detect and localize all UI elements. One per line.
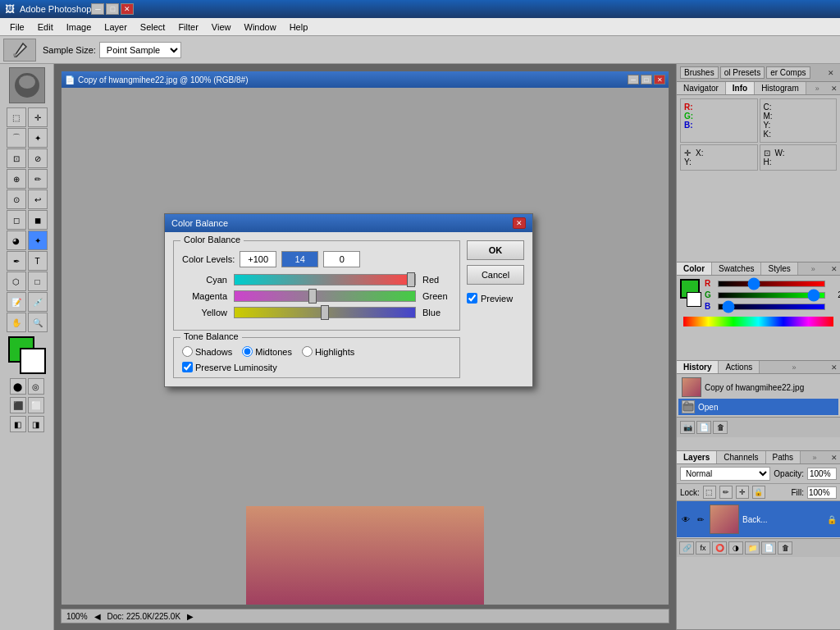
brush-tool[interactable]: ✏ — [28, 169, 48, 189]
layers-panel-close[interactable]: ✕ — [829, 453, 840, 463]
maximize-button[interactable]: □ — [106, 3, 119, 15]
background-color[interactable] — [20, 348, 46, 374]
blue-slider[interactable] — [718, 304, 825, 310]
tab-comps[interactable]: er Comps — [766, 66, 810, 79]
menu-file[interactable]: File — [3, 21, 31, 34]
red-slider[interactable] — [718, 281, 825, 287]
yellow-blue-slider[interactable] — [234, 307, 416, 318]
midtones-radio-label[interactable]: Midtones — [242, 346, 292, 357]
navigator-panel-close[interactable]: ✕ — [829, 84, 840, 94]
color-balance-dialog[interactable]: Color Balance ✕ Color Balance Color Leve… — [164, 213, 533, 387]
level3-input[interactable] — [323, 251, 360, 267]
link-layers-button[interactable]: 🔗 — [679, 541, 694, 555]
menu-window[interactable]: Window — [238, 21, 283, 34]
create-doc-button[interactable]: 📄 — [696, 421, 711, 434]
magic-wand-tool[interactable]: ✦ — [28, 128, 48, 148]
delete-state-button[interactable]: 🗑 — [713, 421, 728, 434]
blur-tool[interactable]: ◕ — [7, 231, 26, 250]
tab-channels[interactable]: Channels — [717, 451, 765, 463]
tab-histogram[interactable]: Histogram — [755, 82, 806, 94]
standard-mode-button[interactable]: ◎ — [28, 378, 44, 395]
quick-mask-button[interactable]: ⬤ — [10, 378, 26, 395]
type-tool[interactable]: T — [28, 251, 48, 271]
tab-presets[interactable]: ol Presets — [720, 66, 765, 79]
menu-edit[interactable]: Edit — [31, 21, 60, 34]
new-adjustment-button[interactable]: ◑ — [728, 541, 743, 555]
gradient-tool[interactable]: ◼ — [28, 210, 48, 230]
history-item-file[interactable]: Copy of hwangmihee22.jpg — [678, 376, 838, 399]
lock-transparent-button[interactable]: ⬚ — [703, 486, 716, 499]
extra-btn-2[interactable]: ◨ — [28, 416, 44, 432]
new-group-button[interactable]: 📁 — [745, 541, 760, 555]
shape-tool[interactable]: □ — [28, 272, 48, 291]
screen-mode-1[interactable]: ⬛ — [10, 397, 26, 413]
add-mask-button[interactable]: ⭕ — [712, 541, 727, 555]
shadows-radio-label[interactable]: Shadows — [182, 346, 232, 357]
new-snapshot-button[interactable]: 📷 — [680, 421, 695, 434]
hand-tool[interactable]: ✋ — [7, 313, 26, 332]
path-tool[interactable]: ⬡ — [7, 272, 26, 291]
history-brush-tool[interactable]: ↩ — [28, 189, 48, 209]
tab-color[interactable]: Color — [677, 262, 712, 275]
tab-brushes[interactable]: Brushes — [680, 66, 719, 79]
sample-size-dropdown[interactable]: Point Sample 3 by 3 Average 5 by 5 Avera… — [99, 42, 181, 58]
preserve-luminosity-checkbox[interactable] — [182, 362, 193, 372]
tab-history[interactable]: History — [677, 361, 719, 373]
lasso-tool[interactable]: ⌒ — [7, 128, 26, 148]
tab-navigator[interactable]: Navigator — [677, 82, 726, 94]
top-panel-close[interactable]: ✕ — [825, 68, 837, 78]
menu-select[interactable]: Select — [134, 21, 172, 34]
eyedropper-tool-side[interactable]: 💉 — [28, 292, 48, 312]
lock-image-button[interactable]: ✏ — [719, 486, 733, 499]
eyedropper-tool[interactable] — [3, 39, 36, 62]
new-layer-button[interactable]: 📄 — [761, 541, 776, 555]
cancel-button[interactable]: Cancel — [467, 265, 524, 285]
tab-layers[interactable]: Layers — [677, 451, 717, 463]
doc-minimize-button[interactable]: ─ — [628, 75, 639, 84]
tab-actions[interactable]: Actions — [719, 361, 760, 373]
color-panel-menu[interactable]: » — [808, 263, 819, 275]
screen-mode-2[interactable]: ⬜ — [28, 397, 44, 413]
level1-input[interactable] — [240, 251, 276, 267]
crop-tool[interactable]: ⊡ — [7, 148, 26, 168]
menu-view[interactable]: View — [205, 21, 238, 34]
lock-position-button[interactable]: ✛ — [736, 486, 749, 499]
doc-close-button[interactable]: ✕ — [654, 75, 665, 84]
menu-image[interactable]: Image — [60, 21, 98, 34]
history-panel-close[interactable]: ✕ — [829, 363, 840, 372]
bg-color-swatch[interactable] — [687, 292, 701, 307]
midtones-radio[interactable] — [242, 346, 253, 357]
lock-all-button[interactable]: 🔒 — [752, 486, 765, 499]
move-tool[interactable]: ✛ — [28, 107, 48, 127]
tab-paths[interactable]: Paths — [766, 451, 801, 463]
history-panel-menu[interactable]: » — [789, 362, 800, 373]
extra-btn-1[interactable]: ◧ — [10, 416, 26, 432]
healing-tool[interactable]: ⊕ — [7, 169, 26, 189]
opacity-input[interactable] — [807, 468, 837, 480]
dodge-tool[interactable]: ✦ — [28, 231, 48, 250]
highlights-radio[interactable] — [302, 346, 313, 357]
preserve-luminosity-label[interactable]: Preserve Luminosity — [182, 362, 451, 372]
layer-item-background[interactable]: 👁 ✏ Back... 🔒 — [677, 501, 840, 538]
zoom-arrow-left[interactable]: ◀ — [94, 612, 101, 621]
magenta-green-slider[interactable] — [234, 290, 416, 302]
menu-layer[interactable]: Layer — [98, 21, 134, 34]
fill-input[interactable] — [807, 486, 837, 499]
menu-filter[interactable]: Filter — [171, 21, 204, 34]
close-button[interactable]: ✕ — [121, 3, 134, 15]
slice-tool[interactable]: ⊘ — [28, 148, 48, 168]
zoom-arrow-right[interactable]: ▶ — [187, 612, 194, 621]
minimize-button[interactable]: ─ — [91, 3, 104, 15]
zoom-tool[interactable]: 🔍 — [28, 313, 48, 332]
cyan-red-slider[interactable] — [234, 274, 416, 285]
color-panel-close[interactable]: ✕ — [829, 264, 840, 274]
green-slider[interactable] — [718, 292, 825, 299]
add-style-button[interactable]: fx — [696, 541, 710, 555]
doc-maximize-button[interactable]: □ — [641, 75, 652, 84]
ok-button[interactable]: OK — [467, 240, 524, 260]
navigator-panel-menu[interactable]: » — [812, 83, 823, 94]
tab-info[interactable]: Info — [726, 82, 755, 94]
delete-layer-button[interactable]: 🗑 — [778, 541, 792, 555]
layer-visibility-toggle[interactable]: 👁 — [680, 514, 692, 525]
pen-tool[interactable]: ✒ — [7, 251, 26, 271]
